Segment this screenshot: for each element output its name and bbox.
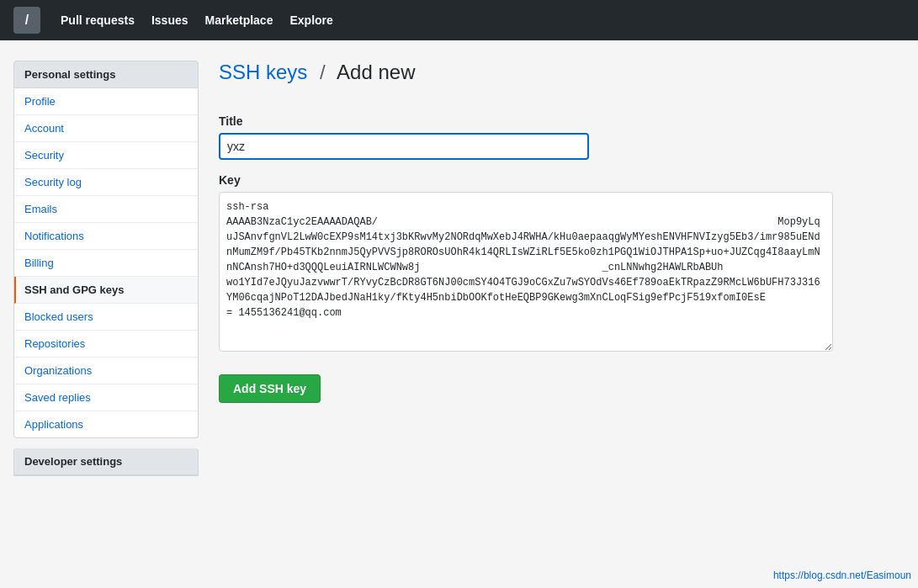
- logo-slash: /: [25, 13, 29, 28]
- sidebar-item-billing[interactable]: Billing: [14, 250, 198, 277]
- key-textarea[interactable]: ssh-rsa AAAAB3NzaC1yc2EAAAADAQAB/ Mop9yL…: [219, 192, 833, 352]
- sidebar-developer-settings-header: Developer settings: [13, 448, 199, 475]
- sidebar-nav: Profile Account Security Security log Em…: [13, 88, 199, 438]
- key-label: Key: [219, 173, 905, 187]
- key-form-group: Key ssh-rsa AAAAB3NzaC1yc2EAAAADAQAB/ Mo…: [219, 173, 905, 354]
- logo[interactable]: /: [13, 7, 40, 34]
- sidebar-item-blocked-users[interactable]: Blocked users: [14, 304, 198, 331]
- breadcrumb-ssh-keys-link[interactable]: SSH keys: [219, 61, 307, 83]
- sidebar-item-security[interactable]: Security: [14, 142, 198, 169]
- breadcrumb-current: Add new: [337, 61, 415, 83]
- page-title: SSH keys / Add new: [219, 61, 905, 98]
- sidebar-item-applications[interactable]: Applications: [14, 411, 198, 437]
- sidebar-item-emails[interactable]: Emails: [14, 196, 198, 223]
- title-form-group: Title: [219, 114, 905, 160]
- sidebar-item-profile[interactable]: Profile: [14, 88, 198, 115]
- sidebar-personal-settings-header: Personal settings: [13, 61, 199, 88]
- sidebar-developer-section: [13, 475, 199, 476]
- nav-marketplace[interactable]: Marketplace: [199, 8, 280, 32]
- sidebar-item-repositories[interactable]: Repositories: [14, 331, 198, 358]
- main-container: Personal settings Profile Account Securi…: [0, 61, 918, 476]
- add-ssh-key-button[interactable]: Add SSH key: [219, 374, 321, 403]
- nav-explore[interactable]: Explore: [283, 8, 339, 32]
- sidebar-item-saved-replies[interactable]: Saved replies: [14, 384, 198, 411]
- top-navigation: / Pull requests Issues Marketplace Explo…: [0, 0, 918, 40]
- breadcrumb-separator: /: [320, 61, 326, 83]
- sidebar-item-notifications[interactable]: Notifications: [14, 223, 198, 250]
- sidebar-item-ssh-gpg-keys[interactable]: SSH and GPG keys: [14, 277, 198, 304]
- nav-issues[interactable]: Issues: [145, 8, 195, 32]
- nav-links: Pull requests Issues Marketplace Explore: [54, 8, 340, 32]
- sidebar-item-account[interactable]: Account: [14, 115, 198, 142]
- sidebar-item-organizations[interactable]: Organizations: [14, 358, 198, 384]
- title-input[interactable]: [219, 133, 589, 160]
- sidebar: Personal settings Profile Account Securi…: [13, 61, 199, 476]
- title-label: Title: [219, 114, 905, 128]
- nav-pull-requests[interactable]: Pull requests: [54, 8, 141, 32]
- sidebar-item-security-log[interactable]: Security log: [14, 169, 198, 196]
- content-area: SSH keys / Add new Title Key ssh-rsa AAA…: [219, 61, 905, 476]
